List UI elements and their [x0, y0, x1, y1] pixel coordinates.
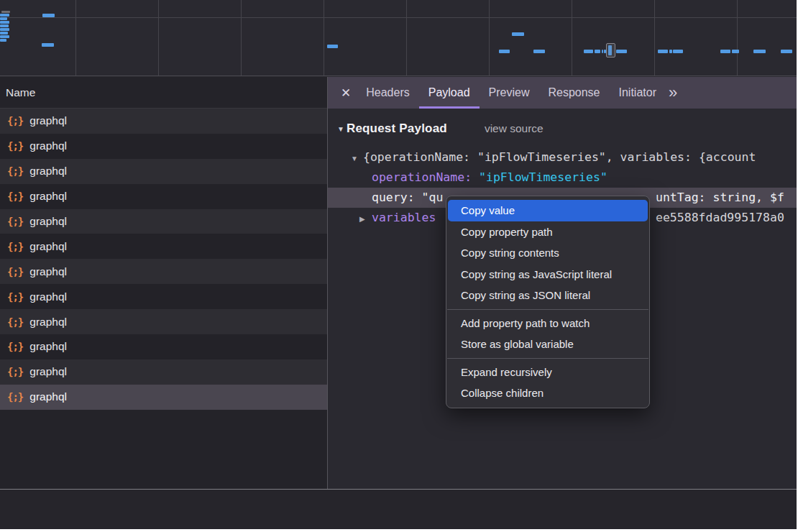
request-timing-bar[interactable]: [669, 50, 672, 53]
expand-triangle-icon[interactable]: ▶: [359, 209, 372, 228]
request-row[interactable]: {;}graphql: [0, 385, 327, 410]
tab-response[interactable]: Response: [538, 77, 609, 109]
request-timing-bar[interactable]: [0, 21, 9, 24]
request-row[interactable]: {;}graphql: [0, 159, 327, 184]
context-menu-item-copy-string-contents[interactable]: Copy string contents: [446, 242, 649, 264]
variables-clipped-text: ee5588fdad995178a0: [656, 208, 784, 228]
view-source-link[interactable]: view source: [485, 122, 544, 135]
tab-initiator[interactable]: Initiator: [610, 77, 666, 109]
close-icon[interactable]: ✕: [341, 86, 351, 101]
context-menu-item-copy-string-as-javascript-literal[interactable]: Copy string as JavaScript literal: [446, 264, 649, 285]
context-menu-item-store-as-global-variable[interactable]: Store as global variable: [446, 334, 649, 355]
json-request-icon: {;}: [7, 165, 23, 177]
request-timing-bar[interactable]: [533, 50, 545, 53]
context-menu-item-collapse-children[interactable]: Collapse children: [446, 382, 649, 404]
context-menu-item-copy-value[interactable]: Copy value: [448, 200, 648, 221]
devtools-window: Name ✕ HeadersPayloadPreviewResponseInit…: [0, 0, 797, 529]
request-timing-bar[interactable]: [0, 14, 9, 17]
overview-gridline: [158, 0, 159, 75]
request-timing-bar[interactable]: [720, 50, 730, 53]
request-list: {;}graphql{;}graphql{;}graphql{;}graphql…: [0, 109, 327, 489]
overview-gridline: [572, 0, 572, 75]
request-name: graphql: [29, 390, 67, 403]
detail-tab-bar: ✕ HeadersPayloadPreviewResponseInitiator…: [328, 77, 797, 109]
request-row[interactable]: {;}graphql: [0, 134, 327, 159]
request-row[interactable]: {;}graphql: [0, 359, 327, 385]
panel-header-row: Name ✕ HeadersPayloadPreviewResponseInit…: [0, 77, 797, 109]
overview-gridline: [324, 0, 324, 75]
request-timing-bar[interactable]: [1, 11, 10, 13]
request-timing-bar[interactable]: [499, 50, 510, 53]
request-timing-bar[interactable]: [0, 39, 6, 42]
request-row[interactable]: {;}graphql: [0, 234, 327, 259]
request-name: graphql: [29, 265, 67, 278]
collapse-triangle-icon[interactable]: ▼: [351, 149, 363, 168]
context-menu-separator: [447, 358, 648, 359]
json-request-icon: {;}: [7, 341, 23, 352]
request-timing-bar[interactable]: [595, 50, 600, 53]
payload-root-row[interactable]: ▼{operationName: "ipFlowTimeseries", var…: [328, 147, 797, 168]
property-key-value: query: "qu: [372, 191, 443, 204]
request-name: graphql: [29, 190, 67, 203]
request-row[interactable]: {;}graphql: [0, 209, 327, 234]
json-request-icon: {;}: [7, 291, 23, 303]
request-timing-bar[interactable]: [781, 50, 792, 53]
request-name: graphql: [29, 114, 67, 127]
json-request-icon: {;}: [7, 115, 23, 127]
payload-root-preview: {operationName: "ipFlowTimeseries", vari…: [363, 150, 756, 164]
request-timing-bar[interactable]: [0, 24, 9, 27]
operation-name-row[interactable]: operationName: "ipFlowTimeseries": [328, 168, 797, 188]
property-key: variables: [372, 211, 436, 224]
context-menu-separator: [447, 309, 648, 310]
tab-preview[interactable]: Preview: [480, 77, 539, 109]
request-timing-bar[interactable]: [753, 50, 766, 53]
query-clipped-text: untTag: string, $f: [656, 188, 784, 208]
context-menu-item-copy-string-as-json-literal[interactable]: Copy string as JSON literal: [446, 285, 649, 306]
overview-gridline: [489, 0, 490, 75]
request-timing-bar[interactable]: [602, 50, 603, 53]
request-timing-bar[interactable]: [584, 50, 593, 53]
request-timing-bar[interactable]: [0, 35, 9, 38]
request-timing-bar[interactable]: [0, 17, 7, 20]
property-value: "ipFlowTimeseries": [479, 170, 607, 184]
tab-headers[interactable]: Headers: [357, 77, 418, 109]
property-key: operationName:: [372, 170, 479, 184]
request-name: graphql: [29, 240, 67, 253]
request-row[interactable]: {;}graphql: [0, 334, 327, 359]
request-timing-bar[interactable]: [327, 45, 338, 48]
collapse-triangle-icon[interactable]: ▼: [337, 125, 344, 133]
request-timing-bar[interactable]: [658, 50, 668, 53]
network-overview-timeline[interactable]: [0, 0, 797, 76]
context-menu-item-expand-recursively[interactable]: Expand recursively: [446, 362, 649, 383]
request-timing-bar[interactable]: [512, 32, 524, 36]
request-timing-bar[interactable]: [42, 14, 55, 17]
request-row[interactable]: {;}graphql: [0, 109, 327, 134]
overview-selected-request-box: [606, 43, 615, 58]
request-row[interactable]: {;}graphql: [0, 184, 327, 209]
overview-gridline: [0, 17, 797, 18]
json-request-icon: {;}: [7, 140, 23, 152]
request-timing-bar[interactable]: [0, 28, 9, 31]
json-request-icon: {;}: [7, 191, 23, 202]
request-row[interactable]: {;}graphql: [0, 309, 327, 334]
context-menu-item-copy-property-path[interactable]: Copy property path: [446, 221, 649, 243]
context-menu-item-add-property-path-to-watch[interactable]: Add property path to watch: [446, 313, 649, 334]
name-column-header[interactable]: Name: [0, 77, 328, 109]
request-name: graphql: [29, 215, 67, 228]
pane-divider[interactable]: [327, 77, 328, 529]
request-timing-bar[interactable]: [673, 50, 683, 53]
tab-payload[interactable]: Payload: [419, 77, 480, 109]
request-name: graphql: [29, 139, 67, 152]
name-column-label: Name: [6, 86, 35, 99]
request-row[interactable]: {;}graphql: [0, 284, 327, 309]
overflow-tabs-icon[interactable]: »: [669, 77, 677, 109]
request-name: graphql: [29, 165, 67, 178]
request-timing-bar[interactable]: [616, 50, 627, 53]
json-request-icon: {;}: [7, 241, 23, 252]
request-name: graphql: [29, 340, 67, 353]
request-payload-section-header: ▼ Request Payload view source: [337, 119, 797, 139]
request-timing-bar[interactable]: [0, 32, 8, 35]
request-timing-bar[interactable]: [42, 43, 54, 47]
request-timing-bar[interactable]: [732, 50, 739, 53]
request-row[interactable]: {;}graphql: [0, 259, 327, 284]
